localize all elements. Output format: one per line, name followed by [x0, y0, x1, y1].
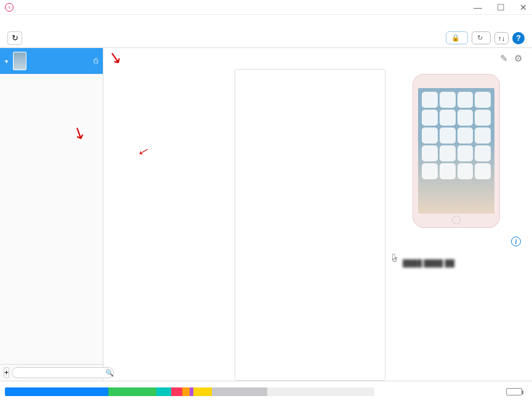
titlebar: ♀ — ☐ ✕ [0, 0, 532, 15]
lock-icon: 🔒 [451, 34, 460, 42]
toolbar: ↻ 🔒 ↻ ↑↓ ? [0, 28, 532, 48]
device-preview [413, 74, 500, 228]
add-button[interactable]: + [4, 367, 9, 378]
sync-icon: ↻ [477, 34, 483, 42]
app-logo-icon: ♀ [5, 3, 14, 12]
gear-icon[interactable]: ⚙ [514, 53, 522, 64]
menubar [0, 15, 532, 28]
storage-bar [5, 387, 374, 396]
refresh-button[interactable]: ↻ [7, 31, 22, 45]
backup-dropdown[interactable]: ↻ [472, 31, 491, 44]
right-panel: i ▯ ↺ ████ ████ ██ [385, 69, 527, 381]
usb-icon: ⎙ [94, 57, 98, 65]
action-list [235, 69, 385, 381]
transfer-button[interactable]: ↑↓ [494, 32, 509, 44]
info-heading: i [392, 237, 521, 246]
chevron-down-icon: ▾ [5, 58, 8, 65]
app-grid [108, 69, 235, 381]
maximize-button[interactable]: ☐ [497, 2, 505, 12]
search-input[interactable] [12, 367, 114, 378]
edit-icon[interactable]: ✎ [500, 53, 508, 64]
device-thumb-icon [13, 52, 26, 70]
statusbar [0, 381, 532, 401]
sidebar: ▾ ⎙ + 🔍 [0, 48, 103, 381]
minimize-button[interactable]: — [474, 2, 482, 12]
info-blurred: ████ ████ ██ [392, 257, 521, 269]
help-button[interactable]: ? [512, 32, 525, 44]
close-button[interactable]: ✕ [520, 2, 527, 12]
device-header[interactable]: ▾ ⎙ [0, 48, 103, 74]
sidebar-list [0, 74, 103, 364]
info-icon[interactable]: i [511, 237, 521, 246]
license-button[interactable]: 🔒 [446, 31, 468, 44]
battery-icon [506, 388, 522, 395]
